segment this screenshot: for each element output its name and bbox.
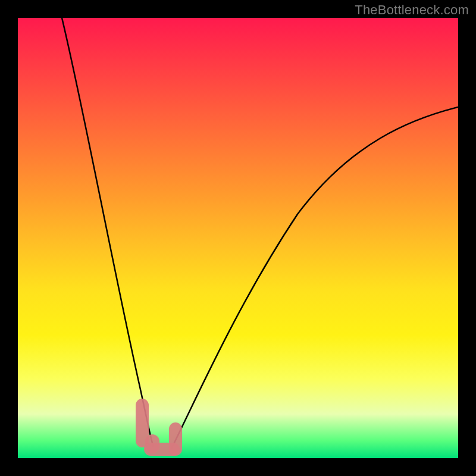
- right-curve: [171, 107, 458, 449]
- plot-area: [18, 18, 458, 458]
- left-curve: [62, 18, 154, 447]
- watermark-text: TheBottleneck.com: [355, 2, 469, 18]
- curve-layer: [18, 18, 458, 458]
- chart-frame: TheBottleneck.com: [0, 0, 476, 476]
- highlight-blob-right: [169, 422, 182, 456]
